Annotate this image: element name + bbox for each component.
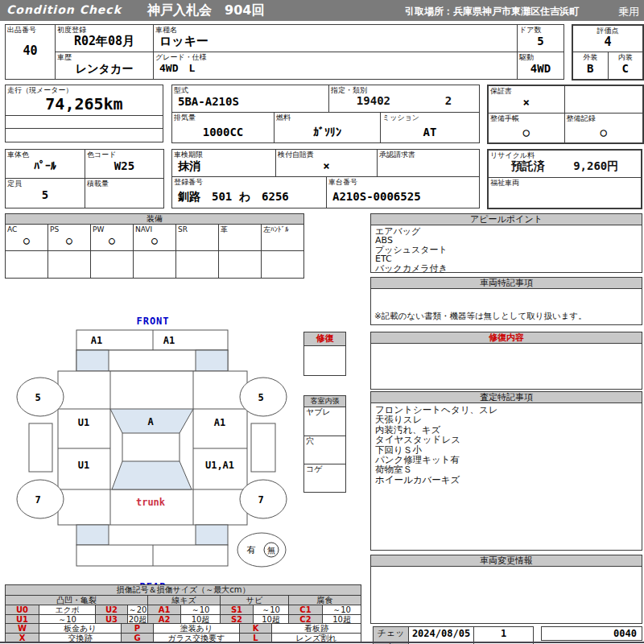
fuel-value: ｶﾞｿﾘﾝ bbox=[275, 125, 380, 139]
right-rear-door-code: U1,A1 bbox=[205, 460, 234, 471]
chassis-number-value: A210S-0006525 bbox=[327, 189, 479, 204]
model-code-label: 型式 bbox=[172, 85, 328, 94]
legend-code: A1 bbox=[148, 605, 181, 615]
doors-value: 5 bbox=[518, 34, 564, 48]
score-table: 評価点 4 外装 B 内装 C bbox=[572, 24, 644, 80]
appeal-points-box: アピールポイント エアバッグ ABS プッシュスタート ETC バックカメラ付き bbox=[370, 213, 642, 273]
page-bottom-rule bbox=[0, 642, 644, 643]
equipment-label-ac: AC bbox=[6, 225, 47, 233]
assessment-notes-title: 査定特記事項 bbox=[371, 392, 642, 403]
first-registration-value: R02年08月 bbox=[56, 34, 153, 48]
chassis-number-cell: 車台番号 A210S-0006525 bbox=[327, 177, 480, 208]
rear-right-pillar bbox=[196, 525, 228, 545]
recycle-status-value: 預託済 bbox=[511, 159, 545, 174]
legend-code: P bbox=[122, 624, 154, 634]
legend-group-scratch: 線キズ bbox=[148, 596, 221, 605]
load-label: 積載量 bbox=[85, 179, 163, 188]
inspection-cell: 車検期限 抹消 bbox=[172, 150, 276, 177]
odometer-value: 74,265km bbox=[6, 94, 163, 114]
insurance-value: × bbox=[276, 159, 377, 173]
equipment-table: 装備 AC○ PS○ PW○ NAVI○ SR 革 左ﾊﾝﾄﾞﾙ bbox=[5, 213, 304, 279]
left-side-sill bbox=[29, 423, 52, 472]
transmission-value: AT bbox=[381, 125, 479, 139]
left-front-door-code: U1 bbox=[78, 417, 89, 428]
pickup-location: 引取場所：兵庫県神戸市東灘区住吉浜町 bbox=[405, 5, 579, 19]
vehicle-notes-body: ※記載のない書類・機器等は無しとして取り扱います。 bbox=[371, 289, 642, 324]
score-cell: 評価点 4 bbox=[572, 25, 643, 52]
damage-legend-table: 損傷記号＆損傷サイズ（～最大cm） 凸凹・亀裂 線キズ サビ 腐食 U0 エクボ… bbox=[5, 584, 361, 625]
equipment-cell-leather: 革 bbox=[219, 225, 262, 251]
legend-desc: 板金あり bbox=[39, 624, 122, 634]
body-color-label: 車体色 bbox=[6, 150, 85, 159]
hood-right-code: A1 bbox=[163, 335, 175, 346]
recycle-values: 預託済 9,260円 bbox=[489, 159, 641, 174]
type-class-cell: 指定・類別 19402 2 bbox=[329, 85, 480, 113]
type-class-values: 19402 2 bbox=[329, 94, 479, 107]
equipment-label-pw: PW bbox=[91, 225, 133, 233]
front-label: FRONT bbox=[136, 316, 169, 327]
legend-code: K bbox=[240, 624, 272, 634]
capacity-label: 定員 bbox=[6, 179, 85, 188]
legend-desc: ～20 bbox=[128, 605, 148, 615]
wheel-front-left-code: 5 bbox=[35, 392, 40, 403]
lot-number-cell: 出品番号 40 bbox=[6, 25, 56, 80]
legend-code: C1 bbox=[289, 605, 323, 615]
color-code-label: 色コード bbox=[85, 150, 163, 159]
right-side-sill bbox=[251, 423, 275, 472]
recycle-cell: リサイクル料 預託済 9,260円 bbox=[488, 150, 642, 177]
equipment-value-ps: ○ bbox=[48, 233, 90, 248]
type-class-value-1: 19402 bbox=[357, 94, 390, 107]
drive-value: 4WD bbox=[518, 61, 564, 76]
equipment-cell-ps: PS○ bbox=[48, 225, 91, 251]
welfare-cell: 福祉車両 bbox=[488, 177, 642, 208]
vehicle-notes-footnote: ※記載のない書類・機器等は無しとして取り扱います。 bbox=[374, 311, 587, 322]
sheet-number: 0040 bbox=[542, 627, 642, 640]
maintenance-book-label: 整備手帳 bbox=[489, 114, 564, 122]
vehicle-notes-box: 車両特記事項 ※記載のない書類・機器等は無しとして取り扱います。 bbox=[370, 277, 642, 325]
welfare-label: 福祉車両 bbox=[489, 178, 641, 187]
repair-content-title: 修復内容 bbox=[371, 332, 642, 344]
legend-desc: ～10 bbox=[323, 605, 361, 615]
equipment-title: 装備 bbox=[6, 214, 304, 225]
color-table: 車体色 ﾊﾟｰﾙ 色コード W25 定員 5 積載量 bbox=[5, 149, 164, 208]
fuel-cell: 燃料 ｶﾞｿﾘﾝ bbox=[275, 113, 381, 143]
vehicle-notes-title: 車両特記事項 bbox=[371, 278, 642, 289]
assessment-item: 天張りスレ bbox=[375, 415, 638, 424]
type-class-value-2: 2 bbox=[445, 94, 452, 107]
displacement-cell: 排気量 1000CC bbox=[172, 113, 275, 143]
legend-group-dent: 凸凹・亀裂 bbox=[6, 596, 148, 605]
displacement-label: 排気量 bbox=[172, 113, 274, 122]
equipment-label-lhd: 左ﾊﾝﾄﾞﾙ bbox=[262, 225, 303, 233]
title-bar: Condition Check 神戸入札会 904回 引取場所：兵庫県神戸市東灘… bbox=[0, 0, 644, 21]
assessment-notes-box: 査定特記事項 フロントシートヘタリ、スレ 天張りスレ 内装汚れ、キズ タイヤスタ… bbox=[370, 391, 642, 551]
color-code-cell: 色コード W25 bbox=[85, 150, 164, 179]
capacity-value: 5 bbox=[6, 188, 85, 202]
approval-label: 承認請求書 bbox=[378, 150, 479, 159]
grade-cell: グレード・仕様 4WD L bbox=[154, 52, 518, 80]
legend-desc: 塗装あり bbox=[154, 624, 240, 634]
equipment-value-ac: ○ bbox=[6, 233, 47, 248]
model-name-cell: 車種名 ロッキー bbox=[154, 25, 518, 52]
appeal-points-title: アピールポイント bbox=[371, 214, 642, 225]
assessment-item: パンク修理キット有 bbox=[375, 455, 638, 464]
color-code-value: W25 bbox=[85, 159, 163, 173]
front-left-pillar bbox=[76, 350, 109, 371]
odometer-cell: 走行（現メーター） 74,265km bbox=[6, 85, 163, 116]
legend-desc: 看板跡 bbox=[272, 624, 361, 634]
legend-group-corrosion: 腐食 bbox=[289, 596, 361, 605]
damage-legend-title: 損傷記号＆損傷サイズ（～最大cm） bbox=[6, 585, 361, 596]
exterior-grade-label: 外装 bbox=[573, 52, 608, 61]
registration-number-value: 釧路 501 わ 6256 bbox=[172, 189, 326, 204]
maintenance-record-value: ○ bbox=[565, 125, 643, 139]
assessment-notes-list: フロントシートヘタリ、スレ 天張りスレ 内装汚れ、キズ タイヤスタッドレス 下回… bbox=[371, 403, 642, 486]
fuel-label: 燃料 bbox=[275, 113, 380, 122]
right-front-door-code: A1 bbox=[214, 417, 225, 428]
interior-grade-cell: 内装 C bbox=[608, 52, 643, 80]
warranty-label: 保証書 bbox=[489, 86, 564, 95]
car-damage-diagram: FRONT A1 A1 A U1 U1 A1 U1,A1 trunk bbox=[0, 310, 370, 593]
legend-code: U0 bbox=[6, 605, 39, 615]
legend-code: W bbox=[6, 624, 39, 634]
grade-value: 4WD L bbox=[154, 61, 517, 76]
presence-yes-label: 有 bbox=[247, 545, 256, 555]
legend-desc: ～10 bbox=[254, 605, 289, 615]
